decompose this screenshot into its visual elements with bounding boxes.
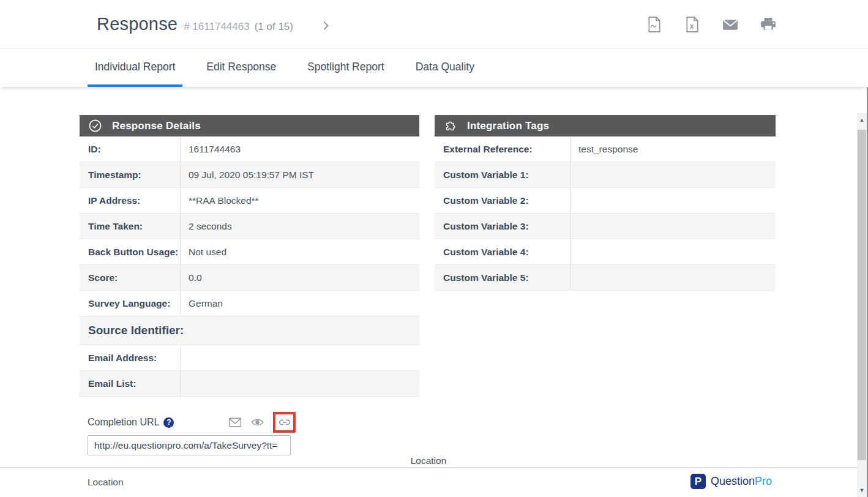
table-row: IP Address:**RAA Blocked** xyxy=(80,188,419,214)
brand-text-pro: Pro xyxy=(755,475,772,488)
table-row: External Reference:test_response xyxy=(435,136,776,162)
help-icon[interactable]: ? xyxy=(163,417,174,428)
row-value: German xyxy=(181,291,419,316)
row-label: Time Taken: xyxy=(80,214,181,239)
scroll-up-button[interactable]: ▲ xyxy=(857,113,867,127)
row-label: Custom Variable 2: xyxy=(435,188,571,213)
row-label: Custom Variable 4: xyxy=(435,239,571,264)
page-header: Response # 1611744463 (1 of 15) x xyxy=(0,0,868,49)
row-value xyxy=(181,371,419,396)
integration-tags-header: Integration Tags xyxy=(435,115,776,136)
row-label: Email List: xyxy=(80,371,181,396)
tab-individual-report[interactable]: Individual Report xyxy=(88,50,182,87)
integration-tags-panel: Integration Tags External Reference:test… xyxy=(435,115,776,291)
row-value xyxy=(571,162,776,187)
questionpro-logo-icon: P xyxy=(690,474,706,489)
tab-spotlight-report[interactable]: Spotlight Report xyxy=(300,50,392,87)
preview-url-button[interactable] xyxy=(251,417,264,427)
completion-url-section: Completion URL ? xyxy=(88,411,296,455)
row-value: 09 Jul, 2020 05:19:57 PM IST xyxy=(181,162,419,187)
table-row: Back Button Usage:Not used xyxy=(80,239,419,265)
row-value: 2 seconds xyxy=(181,214,419,239)
row-value xyxy=(571,239,776,264)
response-id: # 1611744463 xyxy=(184,21,249,33)
table-row: Custom Variable 2: xyxy=(435,188,776,214)
row-label: Back Button Usage: xyxy=(80,239,181,264)
email-url-button[interactable] xyxy=(228,417,242,428)
table-row: Custom Variable 3: xyxy=(435,214,776,239)
row-value xyxy=(571,214,776,239)
row-label: Email Address: xyxy=(80,345,181,370)
panel-title: Response Details xyxy=(112,120,201,132)
eye-icon xyxy=(251,417,264,427)
pdf-file-icon xyxy=(647,17,662,32)
panel-title: Integration Tags xyxy=(467,120,549,132)
envelope-outline-icon xyxy=(228,417,242,428)
print-button[interactable] xyxy=(760,17,776,32)
response-viewer-page: Response # 1611744463 (1 of 15) x xyxy=(0,0,868,497)
table-row: Time Taken:2 seconds xyxy=(80,214,419,239)
page-title: Response xyxy=(97,14,178,34)
row-label: IP Address: xyxy=(80,188,181,213)
table-row: ID:1611744463 xyxy=(80,136,419,162)
row-label: Score: xyxy=(80,265,181,290)
email-response-button[interactable] xyxy=(722,17,738,32)
vertical-scrollbar[interactable]: ▲ ▼ xyxy=(857,113,867,497)
row-label: Timestamp: xyxy=(80,162,181,187)
printer-icon xyxy=(760,17,776,32)
row-value: 0.0 xyxy=(181,265,419,290)
chevron-right-icon xyxy=(319,19,332,32)
table-row: Custom Variable 5: xyxy=(435,265,776,291)
footer-divider xyxy=(0,467,857,468)
table-row: Survey Language:German xyxy=(80,291,419,316)
response-count: (1 of 15) xyxy=(255,21,293,33)
table-row: Score:0.0 xyxy=(80,265,419,291)
tab-data-quality[interactable]: Data Quality xyxy=(408,50,482,87)
annotation-highlight xyxy=(273,412,296,433)
excel-file-icon: x xyxy=(685,17,700,32)
completion-url-label: Completion URL xyxy=(88,417,159,428)
table-row: Email Address: xyxy=(80,345,419,371)
table-row: Timestamp:09 Jul, 2020 05:19:57 PM IST xyxy=(80,162,419,188)
scrollbar-thumb[interactable] xyxy=(858,130,866,460)
row-label: External Reference: xyxy=(435,136,571,162)
location-heading: Location xyxy=(88,477,124,488)
table-row: Custom Variable 4: xyxy=(435,239,776,265)
row-label: ID: xyxy=(80,136,181,162)
row-value xyxy=(181,345,419,370)
row-value: test_response xyxy=(571,136,776,162)
row-label: Custom Variable 1: xyxy=(435,162,571,187)
svg-text:x: x xyxy=(690,21,694,30)
scroll-down-button[interactable]: ▼ xyxy=(857,484,867,497)
link-icon xyxy=(279,418,291,427)
row-label: Survey Language: xyxy=(80,291,181,316)
row-value xyxy=(571,188,776,213)
table-row: Custom Variable 1: xyxy=(435,162,776,188)
next-response-button[interactable] xyxy=(319,19,332,32)
row-value: Not used xyxy=(181,239,419,264)
copy-link-button[interactable] xyxy=(279,418,291,427)
export-excel-button[interactable]: x xyxy=(684,17,700,32)
row-label: Custom Variable 5: xyxy=(435,265,571,290)
puzzle-icon xyxy=(443,119,457,133)
report-tabs: Individual Report Edit Response Spotligh… xyxy=(0,50,868,87)
row-value: **RAA Blocked** xyxy=(181,188,419,213)
response-details-header: Response Details xyxy=(80,115,419,136)
row-label: Custom Variable 3: xyxy=(435,214,571,239)
mail-icon xyxy=(722,18,738,31)
tab-edit-response[interactable]: Edit Response xyxy=(199,50,283,87)
check-circle-icon xyxy=(88,119,102,133)
completion-url-input[interactable] xyxy=(88,435,291,455)
source-identifier-section: Source Identifier: xyxy=(80,316,419,345)
location-section-title: Location xyxy=(0,455,857,466)
export-pdf-button[interactable] xyxy=(646,17,662,32)
brand-text-question: Question xyxy=(711,475,755,488)
response-details-panel: Response Details ID:1611744463 Timestamp… xyxy=(80,115,419,397)
row-value xyxy=(571,265,776,290)
questionpro-logo[interactable]: P QuestionPro xyxy=(690,474,772,489)
table-row: Email List: xyxy=(80,371,419,397)
row-value: 1611744463 xyxy=(181,136,419,162)
